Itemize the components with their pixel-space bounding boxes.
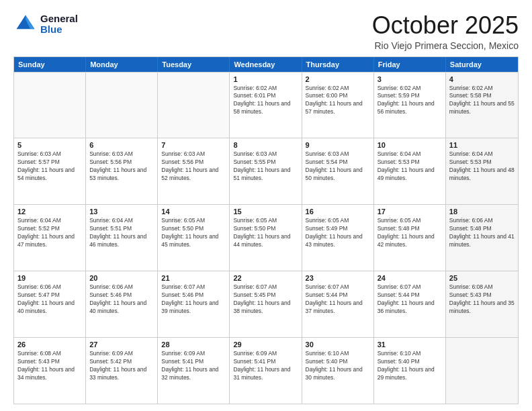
cell-info: Sunrise: 6:02 AM Sunset: 5:58 PM Dayligh…	[449, 85, 515, 117]
cell-info: Sunrise: 6:03 AM Sunset: 5:54 PM Dayligh…	[306, 150, 370, 183]
calendar-cell-31: 31Sunrise: 6:10 AM Sunset: 5:40 PM Dayli…	[374, 338, 446, 404]
day-number: 2	[306, 75, 370, 83]
day-number: 15	[233, 208, 298, 216]
day-number: 13	[89, 208, 154, 216]
calendar-cell-3: 3Sunrise: 6:02 AM Sunset: 5:59 PM Daylig…	[374, 73, 446, 138]
day-number: 21	[161, 274, 226, 282]
header: General Blue October 2025 Rio Viejo Prim…	[13, 12, 519, 51]
header-day-monday: Monday	[86, 57, 158, 72]
calendar-row-3: 19Sunrise: 6:06 AM Sunset: 5:47 PM Dayli…	[14, 271, 518, 337]
cell-info: Sunrise: 6:07 AM Sunset: 5:44 PM Dayligh…	[378, 283, 442, 316]
day-number: 25	[449, 274, 515, 282]
day-number: 6	[89, 141, 154, 149]
calendar-cell-23: 23Sunrise: 6:07 AM Sunset: 5:44 PM Dayli…	[302, 271, 374, 337]
day-number: 22	[233, 274, 298, 282]
calendar-cell-9: 9Sunrise: 6:03 AM Sunset: 5:54 PM Daylig…	[302, 138, 374, 204]
day-number: 12	[17, 208, 82, 216]
calendar-cell-6: 6Sunrise: 6:03 AM Sunset: 5:56 PM Daylig…	[86, 138, 158, 204]
day-number: 1	[233, 75, 298, 83]
day-number: 19	[17, 274, 82, 282]
calendar-cell-11: 11Sunrise: 6:04 AM Sunset: 5:53 PM Dayli…	[446, 138, 518, 204]
cell-info: Sunrise: 6:05 AM Sunset: 5:50 PM Dayligh…	[161, 217, 226, 249]
calendar-row-4: 26Sunrise: 6:08 AM Sunset: 5:43 PM Dayli…	[14, 337, 518, 404]
calendar-cell-28: 28Sunrise: 6:09 AM Sunset: 5:41 PM Dayli…	[158, 338, 230, 404]
cell-info: Sunrise: 6:04 AM Sunset: 5:52 PM Dayligh…	[17, 217, 82, 249]
cell-info: Sunrise: 6:02 AM Sunset: 5:59 PM Dayligh…	[378, 85, 442, 117]
cell-info: Sunrise: 6:08 AM Sunset: 5:43 PM Dayligh…	[449, 283, 515, 316]
calendar-cell-empty-0-1	[86, 73, 158, 138]
logo: General Blue	[13, 12, 78, 36]
day-number: 10	[378, 141, 442, 149]
title-block: October 2025 Rio Viejo Primera Seccion, …	[372, 12, 519, 51]
logo-words: General Blue	[40, 13, 78, 36]
calendar-row-0: 1Sunrise: 6:02 AM Sunset: 6:01 PM Daylig…	[14, 72, 518, 138]
cell-info: Sunrise: 6:03 AM Sunset: 5:56 PM Dayligh…	[89, 150, 154, 183]
day-number: 4	[449, 75, 515, 83]
calendar-cell-13: 13Sunrise: 6:04 AM Sunset: 5:51 PM Dayli…	[86, 205, 158, 271]
day-number: 20	[89, 274, 154, 282]
day-number: 26	[17, 340, 82, 349]
logo-general-text: General	[40, 13, 78, 25]
calendar-header: SundayMondayTuesdayWednesdayThursdayFrid…	[14, 57, 518, 72]
calendar-cell-1: 1Sunrise: 6:02 AM Sunset: 6:01 PM Daylig…	[230, 73, 302, 138]
calendar-cell-18: 18Sunrise: 6:06 AM Sunset: 5:48 PM Dayli…	[446, 205, 518, 271]
cell-info: Sunrise: 6:10 AM Sunset: 5:40 PM Dayligh…	[378, 350, 442, 382]
header-day-saturday: Saturday	[446, 57, 518, 72]
cell-info: Sunrise: 6:03 AM Sunset: 5:56 PM Dayligh…	[161, 150, 226, 183]
calendar-row-1: 5Sunrise: 6:03 AM Sunset: 5:57 PM Daylig…	[14, 138, 518, 204]
month-title: October 2025	[372, 12, 519, 39]
day-number: 29	[233, 340, 298, 349]
calendar-cell-7: 7Sunrise: 6:03 AM Sunset: 5:56 PM Daylig…	[158, 138, 230, 204]
day-number: 14	[161, 208, 226, 216]
calendar-cell-14: 14Sunrise: 6:05 AM Sunset: 5:50 PM Dayli…	[158, 205, 230, 271]
cell-info: Sunrise: 6:05 AM Sunset: 5:49 PM Dayligh…	[306, 217, 370, 249]
cell-info: Sunrise: 6:04 AM Sunset: 5:53 PM Dayligh…	[449, 150, 515, 183]
page: General Blue October 2025 Rio Viejo Prim…	[0, 0, 532, 411]
cell-info: Sunrise: 6:03 AM Sunset: 5:55 PM Dayligh…	[233, 150, 298, 183]
day-number: 11	[449, 141, 515, 149]
cell-info: Sunrise: 6:03 AM Sunset: 5:57 PM Dayligh…	[17, 150, 82, 183]
calendar-cell-24: 24Sunrise: 6:07 AM Sunset: 5:44 PM Dayli…	[374, 271, 446, 337]
calendar-cell-29: 29Sunrise: 6:09 AM Sunset: 5:41 PM Dayli…	[230, 338, 302, 404]
logo-blue-text: Blue	[40, 24, 78, 36]
day-number: 16	[306, 208, 370, 216]
day-number: 27	[89, 340, 154, 349]
calendar-cell-16: 16Sunrise: 6:05 AM Sunset: 5:49 PM Dayli…	[302, 205, 374, 271]
cell-info: Sunrise: 6:06 AM Sunset: 5:46 PM Dayligh…	[89, 283, 154, 316]
logo-icon	[13, 12, 38, 36]
calendar-cell-22: 22Sunrise: 6:07 AM Sunset: 5:45 PM Dayli…	[230, 271, 302, 337]
cell-info: Sunrise: 6:06 AM Sunset: 5:48 PM Dayligh…	[449, 217, 515, 249]
cell-info: Sunrise: 6:04 AM Sunset: 5:51 PM Dayligh…	[89, 217, 154, 249]
cell-info: Sunrise: 6:06 AM Sunset: 5:47 PM Dayligh…	[17, 283, 82, 316]
cell-info: Sunrise: 6:09 AM Sunset: 5:41 PM Dayligh…	[233, 350, 298, 382]
day-number: 18	[449, 208, 515, 216]
day-number: 5	[17, 141, 82, 149]
day-number: 3	[378, 75, 442, 83]
calendar-cell-empty-0-0	[14, 73, 86, 138]
cell-info: Sunrise: 6:10 AM Sunset: 5:40 PM Dayligh…	[306, 350, 370, 382]
calendar-cell-12: 12Sunrise: 6:04 AM Sunset: 5:52 PM Dayli…	[14, 205, 86, 271]
day-number: 28	[161, 340, 226, 349]
header-day-friday: Friday	[374, 57, 446, 72]
day-number: 31	[378, 340, 442, 349]
calendar-cell-17: 17Sunrise: 6:05 AM Sunset: 5:48 PM Dayli…	[374, 205, 446, 271]
calendar-cell-25: 25Sunrise: 6:08 AM Sunset: 5:43 PM Dayli…	[446, 271, 518, 337]
cell-info: Sunrise: 6:09 AM Sunset: 5:41 PM Dayligh…	[161, 350, 226, 382]
calendar-cell-27: 27Sunrise: 6:09 AM Sunset: 5:42 PM Dayli…	[86, 338, 158, 404]
day-number: 17	[378, 208, 442, 216]
calendar-cell-4: 4Sunrise: 6:02 AM Sunset: 5:58 PM Daylig…	[446, 73, 518, 138]
calendar-cell-21: 21Sunrise: 6:07 AM Sunset: 5:46 PM Dayli…	[158, 271, 230, 337]
day-number: 24	[378, 274, 442, 282]
calendar-cell-26: 26Sunrise: 6:08 AM Sunset: 5:43 PM Dayli…	[14, 338, 86, 404]
cell-info: Sunrise: 6:05 AM Sunset: 5:48 PM Dayligh…	[378, 217, 442, 249]
calendar-cell-empty-0-2	[158, 73, 230, 138]
day-number: 23	[306, 274, 370, 282]
cell-info: Sunrise: 6:02 AM Sunset: 6:01 PM Dayligh…	[233, 85, 298, 117]
header-day-sunday: Sunday	[14, 57, 86, 72]
header-day-wednesday: Wednesday	[230, 57, 302, 72]
cell-info: Sunrise: 6:02 AM Sunset: 6:00 PM Dayligh…	[306, 85, 370, 117]
cell-info: Sunrise: 6:09 AM Sunset: 5:42 PM Dayligh…	[89, 350, 154, 382]
calendar-cell-5: 5Sunrise: 6:03 AM Sunset: 5:57 PM Daylig…	[14, 138, 86, 204]
calendar-cell-2: 2Sunrise: 6:02 AM Sunset: 6:00 PM Daylig…	[302, 73, 374, 138]
calendar-cell-8: 8Sunrise: 6:03 AM Sunset: 5:55 PM Daylig…	[230, 138, 302, 204]
